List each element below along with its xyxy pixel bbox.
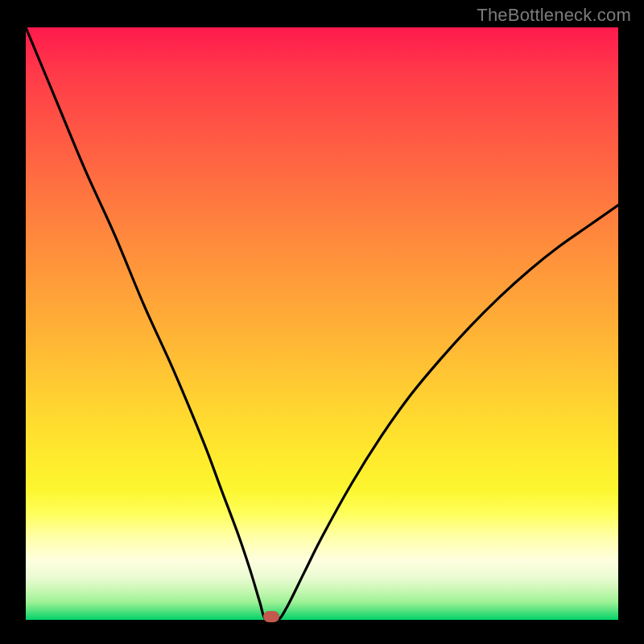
bottleneck-curve <box>26 27 618 620</box>
optimum-marker <box>263 611 279 622</box>
plot-area <box>26 27 618 620</box>
chart-frame: TheBottleneck.com <box>0 0 644 644</box>
watermark-text: TheBottleneck.com <box>477 5 631 26</box>
